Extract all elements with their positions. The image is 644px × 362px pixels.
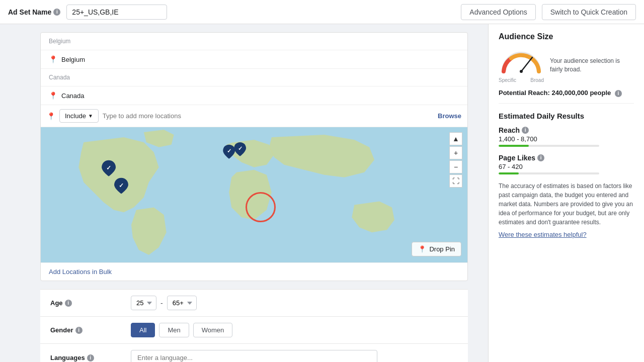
gender-info-icon[interactable]: i: [75, 327, 83, 334]
map-fullscreen-button[interactable]: ⛶: [449, 174, 462, 188]
gauge-specific-label: Specific: [499, 77, 516, 83]
page-likes-value: 67 - 420: [499, 163, 634, 170]
svg-text:✓: ✓: [238, 145, 243, 151]
gender-field-row: Gender i All Men Women: [40, 317, 468, 344]
gender-men-button[interactable]: Men: [159, 323, 189, 337]
add-locations-bulk-link[interactable]: Add Locations in Bulk: [41, 263, 467, 281]
potential-reach-label: Potential Reach:: [499, 89, 550, 97]
potential-reach-info-icon[interactable]: i: [615, 90, 622, 97]
center-panel: Belgium 📍 Belgium Canada 📍 Canada 📍 Incl…: [0, 24, 488, 362]
ad-set-name-label: Ad Set Name i: [8, 8, 60, 16]
browse-button[interactable]: Browse: [438, 112, 461, 120]
belgium-country-label: Belgium: [41, 33, 467, 50]
drop-pin-label: Drop Pin: [429, 245, 455, 253]
age-min-select[interactable]: 25182130: [131, 296, 156, 310]
svg-text:✓: ✓: [227, 148, 231, 154]
reach-bar-fill: [499, 145, 529, 147]
reach-value: 1,400 - 8,700: [499, 135, 634, 143]
location-section: Belgium 📍 Belgium Canada 📍 Canada 📍 Incl…: [40, 32, 468, 281]
page-likes-label: Page Likes i: [499, 154, 634, 162]
quick-creation-button[interactable]: Switch to Quick Creation: [542, 4, 636, 20]
svg-text:✓: ✓: [106, 164, 111, 171]
gauge-labels: Specific Broad: [499, 77, 544, 83]
page-likes-bar-fill: [499, 172, 519, 174]
targeting-section: Age i 25182130 - 65+354555 Gender: [40, 289, 468, 362]
map-zoom-in-button[interactable]: +: [449, 146, 462, 159]
potential-reach-value: 240,000,000 people: [551, 89, 611, 97]
estimated-daily-section: Estimated Daily Results Reach i 1,400 - …: [499, 112, 634, 238]
belgium-city-item: 📍 Belgium: [41, 50, 467, 69]
audience-size-title: Audience Size: [499, 32, 634, 41]
age-controls: 25182130 - 65+354555: [131, 296, 197, 310]
estimated-daily-title: Estimated Daily Results: [499, 112, 634, 120]
ad-set-name-input[interactable]: [66, 5, 167, 20]
add-bulk-label: Add Locations in Bulk: [49, 268, 112, 276]
gender-controls: All Men Women: [131, 323, 232, 337]
location-search-row: 📍 Include ▼ Browse: [41, 105, 467, 127]
page-likes-bar: [499, 172, 599, 174]
drop-pin-icon: 📍: [418, 245, 426, 253]
belgium-city-label: Belgium: [61, 56, 85, 63]
ad-set-name-info-icon[interactable]: i: [53, 9, 60, 16]
canada-country-label: Canada: [41, 69, 467, 86]
gauge-wrap: Specific Broad: [499, 47, 544, 83]
main-layout: Belgium 📍 Belgium Canada 📍 Canada 📍 Incl…: [0, 24, 644, 362]
audience-description: Your audience selection is fairly broad.: [550, 57, 634, 74]
age-label: Age i: [40, 299, 131, 307]
gauge-svg: [499, 47, 544, 75]
age-info-icon[interactable]: i: [65, 300, 72, 307]
right-panel: Audience Size Specifi: [488, 24, 644, 362]
gauge-container: Specific Broad Your audience selection i…: [499, 47, 634, 83]
browse-label: Browse: [438, 112, 461, 120]
gender-women-button[interactable]: Women: [193, 323, 233, 337]
reach-metric: Reach i 1,400 - 8,700: [499, 126, 634, 147]
belgium-pin-icon: 📍: [49, 55, 57, 63]
advanced-options-label: Advanced Options: [469, 8, 527, 16]
potential-reach: Potential Reach: 240,000,000 people i: [499, 89, 634, 104]
gender-label: Gender i: [40, 326, 131, 334]
languages-controls: [131, 350, 377, 362]
page-likes-info-icon[interactable]: i: [537, 154, 544, 161]
page-likes-metric: Page Likes i 67 - 420: [499, 154, 634, 174]
map-zoom-out-button[interactable]: −: [449, 160, 462, 173]
map-container[interactable]: ✓ ✓ ✓ ✓: [41, 127, 467, 263]
canada-pin-icon: 📍: [49, 92, 57, 100]
drop-pin-button[interactable]: 📍 Drop Pin: [412, 242, 461, 256]
age-max-select[interactable]: 65+354555: [167, 296, 197, 310]
reach-info-icon[interactable]: i: [522, 127, 529, 134]
map-controls: ▲ + − ⛶: [449, 132, 462, 188]
svg-point-6: [520, 70, 523, 73]
languages-info-icon[interactable]: i: [87, 354, 94, 361]
gauge-broad-label: Broad: [530, 77, 544, 83]
languages-label: Languages i: [40, 354, 131, 361]
include-button[interactable]: Include ▼: [59, 109, 99, 123]
reach-bar: [499, 145, 599, 147]
canada-city-item: 📍 Canada: [41, 86, 467, 105]
include-label: Include: [65, 112, 86, 120]
reach-label: Reach i: [499, 126, 634, 134]
canada-city-label: Canada: [61, 92, 85, 100]
top-bar: Ad Set Name i Advanced Options Switch to…: [0, 0, 644, 24]
helpful-link[interactable]: Were these estimates helpful?: [499, 231, 634, 238]
languages-field-row: Languages i: [40, 344, 468, 362]
ad-set-name-text: Ad Set Name: [8, 8, 51, 16]
quick-creation-label: Switch to Quick Creation: [550, 8, 627, 16]
search-location-pin-icon: 📍: [47, 112, 55, 120]
map-svg: ✓ ✓ ✓ ✓: [41, 127, 467, 262]
languages-input[interactable]: [131, 350, 377, 362]
advanced-options-button[interactable]: Advanced Options: [461, 4, 535, 20]
age-field-row: Age i 25182130 - 65+354555: [40, 289, 468, 317]
include-chevron-icon: ▼: [88, 113, 93, 119]
gender-all-button[interactable]: All: [131, 323, 155, 337]
audience-size-section: Audience Size Specifi: [499, 32, 634, 104]
location-search-input[interactable]: [103, 112, 434, 120]
svg-line-5: [521, 57, 532, 71]
disclaimer-text: The accuracy of estimates is based on fa…: [499, 182, 634, 227]
svg-text:✓: ✓: [119, 182, 124, 189]
map-scroll-up-button[interactable]: ▲: [449, 132, 462, 145]
age-dash: -: [160, 299, 163, 307]
